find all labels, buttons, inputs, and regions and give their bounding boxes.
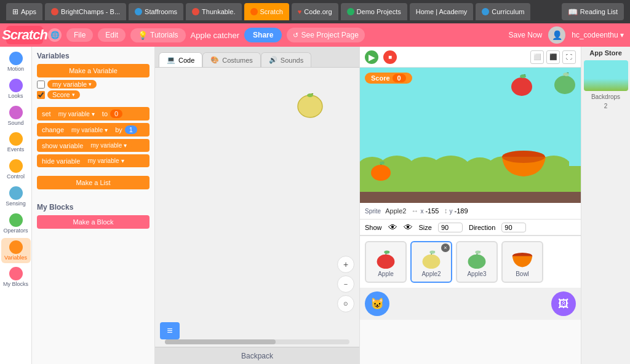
svg-point-23: [475, 250, 480, 253]
myblocks-dot: [9, 267, 23, 280]
stage-fullscreen-button[interactable]: ⛶: [562, 50, 576, 64]
stop-button[interactable]: ■: [383, 50, 397, 64]
direction-input[interactable]: [501, 223, 526, 232]
tab-thunkable[interactable]: Thunkable.: [186, 3, 241, 20]
tab-sounds[interactable]: 🔊 Sounds: [261, 52, 311, 67]
sidebar-item-variables[interactable]: Variables: [1, 238, 31, 264]
sidebar-item-myblocks[interactable]: My Blocks: [1, 264, 31, 290]
show-variable-block[interactable]: show variable my variable▾: [37, 139, 150, 152]
make-variable-button[interactable]: Make a Variable: [37, 64, 150, 77]
sidebar-item-operators[interactable]: Operators: [1, 211, 31, 237]
stage-small-button[interactable]: ⬜: [530, 50, 544, 64]
svg-point-4: [554, 76, 575, 94]
file-menu[interactable]: File: [66, 28, 93, 42]
stage-area: ▶ ■ ⬜ ⬛ ⛶ Score 0: [359, 47, 581, 364]
sidebar-item-control[interactable]: Control: [1, 157, 31, 183]
svg-point-15: [502, 151, 545, 163]
my-blocks-section-title: My Blocks: [37, 203, 150, 212]
set-var-chip[interactable]: my variable▾: [54, 110, 100, 118]
share-button[interactable]: Share: [244, 28, 282, 42]
tab-academy[interactable]: Home | Academy: [410, 3, 474, 20]
edit-menu[interactable]: Edit: [98, 28, 126, 42]
code-area-sprite: [295, 89, 325, 120]
sprite-thumb-bowl[interactable]: Bowl: [501, 241, 543, 283]
sidebar-item-sensing[interactable]: Sensing: [1, 184, 31, 210]
code-canvas[interactable]: + − ⊙: [155, 68, 359, 337]
change-val-input[interactable]: 1: [125, 125, 137, 134]
tab-demo[interactable]: Demo Projects: [341, 3, 407, 20]
backpack-bar[interactable]: Backpack: [155, 347, 359, 364]
sprite-info-row: Sprite Apple2 ↔ x -155 ↕ y -189: [360, 203, 581, 220]
zoom-out-button[interactable]: −: [337, 275, 354, 293]
sidebar-item-events[interactable]: Events: [1, 130, 31, 156]
sidebar-item-looks[interactable]: Looks: [1, 76, 31, 102]
see-project-button[interactable]: ↺ See Project Page: [287, 28, 364, 42]
hide-var-chip[interactable]: my variable▾: [82, 157, 129, 165]
username-label[interactable]: hc_codeenthu ▾: [572, 31, 624, 39]
change-block[interactable]: change my variable▾ by 1: [37, 123, 150, 136]
sprite-thumb-apple[interactable]: Apple: [365, 241, 407, 283]
reading-list-button[interactable]: 📖 Reading List: [562, 3, 624, 20]
sprite-thumb-apple3[interactable]: Apple3: [456, 241, 498, 283]
tab-brightchamps[interactable]: BrightChamps - B...: [45, 3, 126, 20]
operators-dot: [9, 213, 23, 227]
add-backdrop-button[interactable]: 🖼: [551, 291, 576, 316]
change-var-chip[interactable]: my variable▾: [66, 126, 113, 134]
tab-apps[interactable]: ⊞ Apps: [6, 3, 42, 20]
score-checkbox[interactable]: [37, 91, 45, 99]
sprite-delete-button[interactable]: ×: [441, 243, 450, 252]
tab-scratch[interactable]: Scratch: [244, 3, 289, 20]
sidebar-item-motion[interactable]: Motion: [1, 49, 31, 75]
red-apple-top: [509, 71, 535, 97]
sound-dot: [9, 106, 23, 119]
show-visible-button[interactable]: 👁: [388, 222, 397, 232]
zoom-reset-button[interactable]: ⊙: [337, 295, 354, 312]
set-val-input[interactable]: 0: [110, 109, 122, 118]
set-block[interactable]: set my variable▾ to 0: [37, 107, 150, 121]
myvar-checkbox[interactable]: [37, 81, 45, 89]
code-hscroll[interactable]: [160, 338, 354, 346]
sprite-info-label: Sprite Apple2: [365, 207, 406, 215]
toggle-icon: ≡: [167, 325, 172, 336]
show-hidden-button[interactable]: 👁: [404, 222, 413, 232]
add-backdrop-icon: 🖼: [558, 298, 569, 311]
direction-label: Direction: [469, 224, 495, 231]
size-input[interactable]: [438, 223, 463, 232]
control-dot: [9, 159, 23, 173]
tab-code[interactable]: 💻 Code: [159, 52, 202, 67]
stage-medium-button[interactable]: ⬛: [546, 50, 560, 64]
tutorials-button[interactable]: 💡 Tutorials: [130, 28, 186, 42]
tab-curriculum[interactable]: Curriculum: [476, 3, 530, 20]
svg-point-5: [563, 73, 569, 76]
score-chip[interactable]: Score ▾: [47, 90, 80, 99]
zoom-in-button[interactable]: +: [337, 256, 354, 273]
scratch-editor: Scratch 🌐 File Edit 💡 Tutorials Apple ca…: [0, 23, 630, 364]
add-sprite-button[interactable]: 😺: [365, 291, 389, 316]
hide-variable-block[interactable]: hide variable my variable▾: [37, 154, 150, 167]
tab-costumes[interactable]: 🎨 Costumes: [202, 52, 261, 67]
save-now-button[interactable]: Save Now: [509, 31, 543, 39]
sensing-dot: [9, 186, 23, 200]
sidebar-item-sound[interactable]: Sound: [1, 103, 31, 129]
svg-point-1: [307, 93, 313, 97]
make-block-button[interactable]: Make a Block: [37, 215, 150, 229]
show-var-chip[interactable]: my variable▾: [86, 141, 132, 149]
globe-button[interactable]: 🌐: [48, 28, 62, 42]
tab-codeorg[interactable]: ♥ Code.org: [292, 3, 338, 20]
app-store-preview[interactable]: [584, 60, 628, 91]
tab-staffrooms[interactable]: Staffrooms: [129, 3, 183, 20]
green-flag-button[interactable]: ▶: [365, 50, 378, 64]
myvar-chip[interactable]: my variable ▾: [47, 80, 97, 89]
code-area: 💻 Code 🎨 Costumes 🔊 Sounds: [155, 47, 359, 364]
svg-point-19: [384, 250, 389, 253]
toggle-panel-button[interactable]: ≡: [160, 322, 180, 339]
svg-point-22: [468, 254, 486, 268]
make-list-button[interactable]: Make a List: [37, 176, 150, 189]
variables-section-title: Variables: [37, 52, 150, 60]
variables-dot: [9, 240, 23, 254]
stage-canvas[interactable]: Score 0: [360, 68, 581, 203]
scratch-logo[interactable]: Scratch: [6, 26, 43, 44]
green-apple-top: [552, 69, 578, 95]
sprite-thumb-apple2[interactable]: × Apple2: [410, 241, 452, 283]
stage-apple-ground: [369, 158, 393, 181]
